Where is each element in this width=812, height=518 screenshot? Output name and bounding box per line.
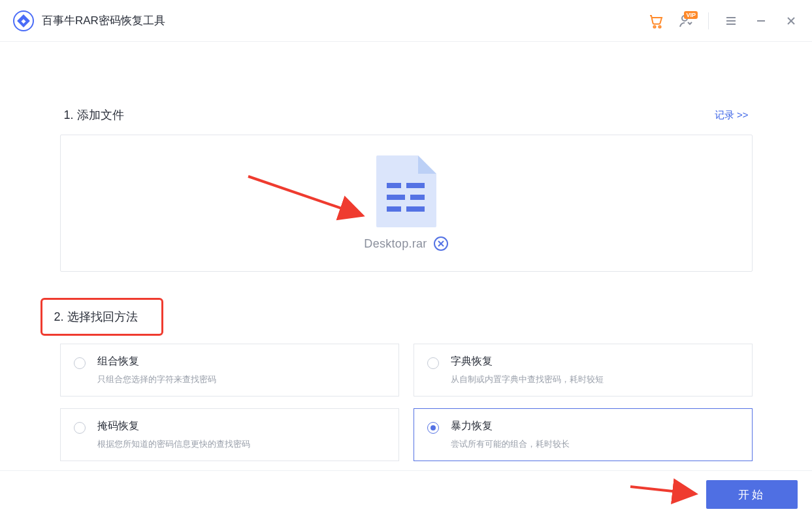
section1-title: 1. 添加文件 xyxy=(64,107,124,123)
method-dictionary[interactable]: 字典恢复 从自制或内置字典中查找密码，耗时较短 xyxy=(414,344,753,397)
section1-header: 1. 添加文件 记录 >> xyxy=(60,107,753,123)
radio-icon xyxy=(427,357,439,369)
file-name: Desktop.rar xyxy=(364,237,427,251)
footer: 开始 xyxy=(0,470,812,518)
logo-wrap: 百事牛RAR密码恢复工具 xyxy=(13,10,165,31)
file-dropzone[interactable]: Desktop.rar xyxy=(60,135,753,272)
titlebar-divider xyxy=(708,12,709,29)
method-grid: 组合恢复 只组合您选择的字符来查找密码 字典恢复 从自制或内置字典中查找密码，耗… xyxy=(60,344,753,461)
radio-icon xyxy=(74,357,86,369)
svg-point-1 xyxy=(658,25,660,27)
method-title: 暴力恢复 xyxy=(451,419,570,433)
minimize-icon[interactable] xyxy=(753,13,769,29)
user-badge: VIP xyxy=(684,11,698,19)
cart-icon[interactable] xyxy=(648,13,664,29)
method-desc: 根据您所知道的密码信息更快的查找密码 xyxy=(97,438,250,450)
method-desc: 从自制或内置字典中查找密码，耗时较短 xyxy=(451,374,604,385)
titlebar-right: VIP xyxy=(648,12,799,29)
radio-icon xyxy=(74,422,86,434)
method-desc: 尝试所有可能的组合，耗时较长 xyxy=(451,438,570,450)
file-name-row: Desktop.rar xyxy=(364,236,447,251)
svg-point-0 xyxy=(653,25,655,27)
file-icon xyxy=(376,155,436,227)
radio-icon xyxy=(427,422,439,434)
method-bruteforce[interactable]: 暴力恢复 尝试所有可能的组合，耗时较长 xyxy=(414,408,753,461)
method-mask[interactable]: 掩码恢复 根据您所知道的密码信息更快的查找密码 xyxy=(60,408,399,461)
section2-title-highlight: 2. 选择找回方法 xyxy=(41,298,163,336)
section2-title: 2. 选择找回方法 xyxy=(54,309,138,325)
menu-icon[interactable] xyxy=(723,13,739,29)
method-title: 字典恢复 xyxy=(451,355,604,368)
method-combination[interactable]: 组合恢复 只组合您选择的字符来查找密码 xyxy=(60,344,399,397)
titlebar: 百事牛RAR密码恢复工具 VIP xyxy=(0,0,812,42)
method-title: 掩码恢复 xyxy=(97,419,250,433)
records-link[interactable]: 记录 >> xyxy=(715,109,749,121)
remove-file-icon[interactable] xyxy=(434,236,448,251)
main-content: 1. 添加文件 记录 >> Desktop.rar 2. 选择找回方法 xyxy=(60,42,753,461)
close-icon[interactable] xyxy=(783,13,799,29)
start-button[interactable]: 开始 xyxy=(706,480,798,509)
app-title: 百事牛RAR密码恢复工具 xyxy=(42,13,165,28)
user-icon[interactable]: VIP xyxy=(678,13,694,29)
method-title: 组合恢复 xyxy=(97,355,216,368)
app-logo-icon xyxy=(13,10,34,31)
method-desc: 只组合您选择的字符来查找密码 xyxy=(97,374,216,385)
